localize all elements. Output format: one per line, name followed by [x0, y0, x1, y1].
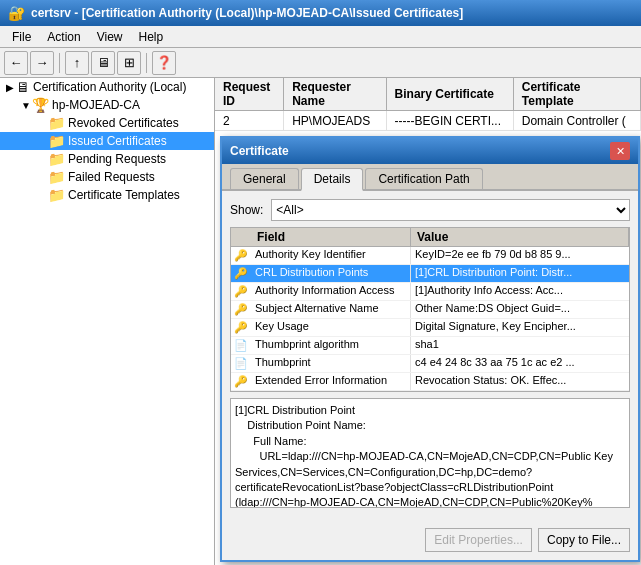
field-row-2[interactable]: 🔑 Authority Information Access [1]Author… [231, 283, 629, 301]
sidebar-item-failed[interactable]: 📁 Failed Requests [0, 168, 214, 186]
console-button[interactable]: 🖥 [91, 51, 115, 75]
toolbar-separator [59, 53, 60, 73]
toolbar: ← → ↑ 🖥 ⊞ ❓ [0, 48, 641, 78]
menu-action[interactable]: Action [39, 28, 88, 45]
folder-icon-pending: 📁 [48, 151, 65, 167]
sidebar-item-label: Revoked Certificates [68, 116, 179, 130]
field-col-header: Field [251, 228, 411, 246]
forward-button[interactable]: → [30, 51, 54, 75]
table-header: Request ID Requester Name Binary Certifi… [215, 78, 641, 111]
menu-bar: File Action View Help [0, 26, 641, 48]
cell-requester: HP\MOJEADS [284, 111, 386, 130]
col-header-requester: Requester Name [284, 78, 386, 110]
tab-certification-path[interactable]: Certification Path [365, 168, 482, 189]
field-name-3: Subject Alternative Name [251, 301, 411, 318]
root-label: Certification Authority (Local) [33, 80, 186, 94]
col-header-request-id: Request ID [215, 78, 284, 110]
root-icon: 🖥 [16, 79, 30, 95]
field-name-7: Extended Error Information [251, 373, 411, 390]
field-value-0: KeyID=2e ee fb 79 0d b8 85 9... [411, 247, 629, 264]
main-area: ▶ 🖥 Certification Authority (Local) ▼ 🏆 … [0, 78, 641, 565]
show-row: Show: <All> [230, 199, 630, 221]
menu-help[interactable]: Help [131, 28, 172, 45]
field-icon-7: 🔑 [231, 373, 251, 390]
tab-bar: General Details Certification Path [222, 164, 638, 191]
field-value-5: sha1 [411, 337, 629, 354]
app-icon: 🔐 [8, 5, 25, 21]
title-bar: 🔐 certsrv - [Certification Authority (Lo… [0, 0, 641, 26]
folder-icon-templates: 📁 [48, 187, 65, 203]
tab-details[interactable]: Details [301, 168, 364, 191]
ca-label: hp-MOJEAD-CA [52, 98, 140, 112]
dialog-body: Show: <All> Field Value 🔑 Authority Key … [222, 191, 638, 524]
field-value-1: [1]CRL Distribution Point: Distr... [411, 265, 629, 282]
sidebar-item-pending[interactable]: 📁 Pending Requests [0, 150, 214, 168]
col-header-template: Certificate Template [514, 78, 641, 110]
window-title: certsrv - [Certification Authority (Loca… [31, 6, 463, 20]
field-icon-0: 🔑 [231, 247, 251, 264]
sidebar-item-revoked[interactable]: 📁 Revoked Certificates [0, 114, 214, 132]
tree-ca[interactable]: ▼ 🏆 hp-MOJEAD-CA [0, 96, 214, 114]
field-icon-2: 🔑 [231, 283, 251, 300]
field-value-7: Revocation Status: OK. Effec... [411, 373, 629, 390]
dialog-title: Certificate [230, 144, 289, 158]
folder-icon-failed: 📁 [48, 169, 65, 185]
dialog-buttons: Edit Properties... Copy to File... [222, 524, 638, 560]
fields-header: Field Value [231, 228, 629, 247]
cell-template: Domain Controller ( [514, 111, 641, 130]
cell-binary: -----BEGIN CERTI... [387, 111, 514, 130]
show-label: Show: [230, 203, 263, 217]
field-row-5[interactable]: 📄 Thumbprint algorithm sha1 [231, 337, 629, 355]
field-row-1[interactable]: 🔑 CRL Distribution Points [1]CRL Distrib… [231, 265, 629, 283]
toolbar-separator2 [146, 53, 147, 73]
dialog-close-button[interactable]: ✕ [610, 142, 630, 160]
field-icon-4: 🔑 [231, 319, 251, 336]
certificate-dialog: Certificate ✕ General Details Certificat… [220, 136, 640, 562]
field-row-4[interactable]: 🔑 Key Usage Digital Signature, Key Encip… [231, 319, 629, 337]
field-row-0[interactable]: 🔑 Authority Key Identifier KeyID=2e ee f… [231, 247, 629, 265]
field-icon-5: 📄 [231, 337, 251, 354]
sidebar-item-issued[interactable]: 📁 Issued Certificates [0, 132, 214, 150]
expand-root: ▶ [4, 82, 16, 93]
folder-icon-revoked: 📁 [48, 115, 65, 131]
sidebar-item-label-issued: Issued Certificates [68, 134, 167, 148]
dialog-title-bar: Certificate ✕ [222, 138, 638, 164]
field-icon-3: 🔑 [231, 301, 251, 318]
back-button[interactable]: ← [4, 51, 28, 75]
col-header-binary: Binary Certificate [387, 78, 514, 110]
icon-header [231, 228, 251, 246]
help-button[interactable]: ❓ [152, 51, 176, 75]
field-value-6: c4 e4 24 8c 33 aa 75 1c ac e2 ... [411, 355, 629, 372]
value-text-area: [1]CRL Distribution Point Distribution P… [230, 398, 630, 508]
field-name-4: Key Usage [251, 319, 411, 336]
field-value-4: Digital Signature, Key Encipher... [411, 319, 629, 336]
menu-file[interactable]: File [4, 28, 39, 45]
edit-properties-button[interactable]: Edit Properties... [425, 528, 532, 552]
sidebar-item-label-pending: Pending Requests [68, 152, 166, 166]
field-row-3[interactable]: 🔑 Subject Alternative Name Other Name:DS… [231, 301, 629, 319]
sidebar-item-label-templates: Certificate Templates [68, 188, 180, 202]
value-col-header: Value [411, 228, 629, 246]
up-button[interactable]: ↑ [65, 51, 89, 75]
field-row-6[interactable]: 📄 Thumbprint c4 e4 24 8c 33 aa 75 1c ac … [231, 355, 629, 373]
field-icon-1: 🔑 [231, 265, 251, 282]
field-name-6: Thumbprint [251, 355, 411, 372]
field-row-7[interactable]: 🔑 Extended Error Information Revocation … [231, 373, 629, 391]
left-panel: ▶ 🖥 Certification Authority (Local) ▼ 🏆 … [0, 78, 215, 565]
sidebar-item-label-failed: Failed Requests [68, 170, 155, 184]
expand-ca: ▼ [20, 100, 32, 111]
menu-view[interactable]: View [89, 28, 131, 45]
field-name-2: Authority Information Access [251, 283, 411, 300]
show-select[interactable]: <All> [271, 199, 630, 221]
table-row[interactable]: 2 HP\MOJEADS -----BEGIN CERTI... Domain … [215, 111, 641, 131]
field-name-0: Authority Key Identifier [251, 247, 411, 264]
tab-general[interactable]: General [230, 168, 299, 189]
cell-request-id: 2 [215, 111, 284, 130]
tree-root[interactable]: ▶ 🖥 Certification Authority (Local) [0, 78, 214, 96]
fields-container[interactable]: Field Value 🔑 Authority Key Identifier K… [230, 227, 630, 392]
properties-button[interactable]: ⊞ [117, 51, 141, 75]
field-icon-6: 📄 [231, 355, 251, 372]
field-value-3: Other Name:DS Object Guid=... [411, 301, 629, 318]
sidebar-item-templates[interactable]: 📁 Certificate Templates [0, 186, 214, 204]
copy-to-file-button[interactable]: Copy to File... [538, 528, 630, 552]
